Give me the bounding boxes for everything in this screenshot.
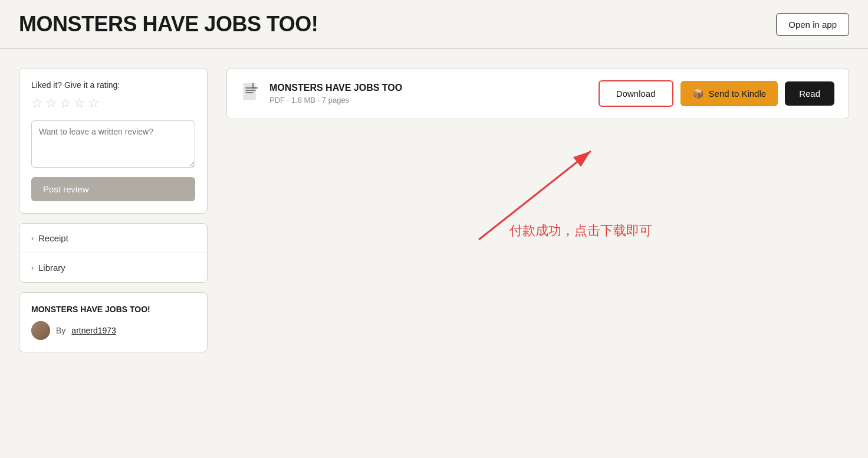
svg-rect-0 xyxy=(244,83,255,100)
page-header: MONSTERS HAVE JOBS TOO! Open in app xyxy=(0,0,868,49)
page-title: MONSTERS HAVE JOBS TOO! xyxy=(19,12,318,37)
annotation-area: 付款成功，点击下载即可 xyxy=(226,133,849,251)
main-layout: Liked it? Give it a rating: ☆ ☆ ☆ ☆ ☆ Po… xyxy=(0,49,868,371)
document-icon xyxy=(241,82,260,105)
review-textarea[interactable] xyxy=(31,120,195,168)
accordion-label-library: Library xyxy=(38,263,65,273)
post-review-button[interactable]: Post review xyxy=(31,177,195,201)
doc-meta: PDF · 1.8 MB · 7 pages xyxy=(269,96,589,104)
book-info-card: MONSTERS HAVE JOBS TOO! By artnerd1973 xyxy=(19,292,208,352)
chevron-right-icon: › xyxy=(31,264,34,272)
content-area: MONSTERS HAVE JOBS TOO PDF · 1.8 MB · 7 … xyxy=(226,68,849,352)
accordion-item-receipt[interactable]: › Receipt xyxy=(19,224,207,253)
download-button[interactable]: Download xyxy=(599,80,673,107)
send-to-kindle-button[interactable]: 📦 Send to Kindle xyxy=(680,81,778,106)
star-rating[interactable]: ☆ ☆ ☆ ☆ ☆ xyxy=(31,96,195,111)
accordion-label-receipt: Receipt xyxy=(38,233,68,243)
rating-card: Liked it? Give it a rating: ☆ ☆ ☆ ☆ ☆ Po… xyxy=(19,68,208,214)
star-3[interactable]: ☆ xyxy=(60,96,71,111)
open-in-app-button[interactable]: Open in app xyxy=(776,13,849,36)
chevron-right-icon: › xyxy=(31,234,34,243)
sidebar: Liked it? Give it a rating: ☆ ☆ ☆ ☆ ☆ Po… xyxy=(19,68,208,352)
author-link[interactable]: artnerd1973 xyxy=(71,326,116,335)
doc-info: MONSTERS HAVE JOBS TOO PDF · 1.8 MB · 7 … xyxy=(269,83,589,104)
accordion-item-library[interactable]: › Library xyxy=(19,253,207,282)
star-1[interactable]: ☆ xyxy=(31,96,43,111)
avatar xyxy=(31,321,50,340)
document-card: MONSTERS HAVE JOBS TOO PDF · 1.8 MB · 7 … xyxy=(226,68,849,119)
doc-title: MONSTERS HAVE JOBS TOO xyxy=(269,83,589,93)
star-4[interactable]: ☆ xyxy=(74,96,86,111)
accordion-card: › Receipt › Library xyxy=(19,223,208,283)
book-info-title: MONSTERS HAVE JOBS TOO! xyxy=(31,305,195,314)
star-5[interactable]: ☆ xyxy=(88,96,100,111)
read-button[interactable]: Read xyxy=(785,81,834,106)
avatar-image xyxy=(31,321,50,340)
amazon-icon: 📦 xyxy=(692,88,704,99)
annotation-text: 付款成功，点击下载即可 xyxy=(509,222,652,240)
send-kindle-label: Send to Kindle xyxy=(709,89,767,99)
rating-label: Liked it? Give it a rating: xyxy=(31,80,195,90)
by-label: By xyxy=(56,326,65,335)
author-row: By artnerd1973 xyxy=(31,321,195,340)
star-2[interactable]: ☆ xyxy=(45,96,57,111)
doc-actions: Download 📦 Send to Kindle Read xyxy=(599,80,834,107)
